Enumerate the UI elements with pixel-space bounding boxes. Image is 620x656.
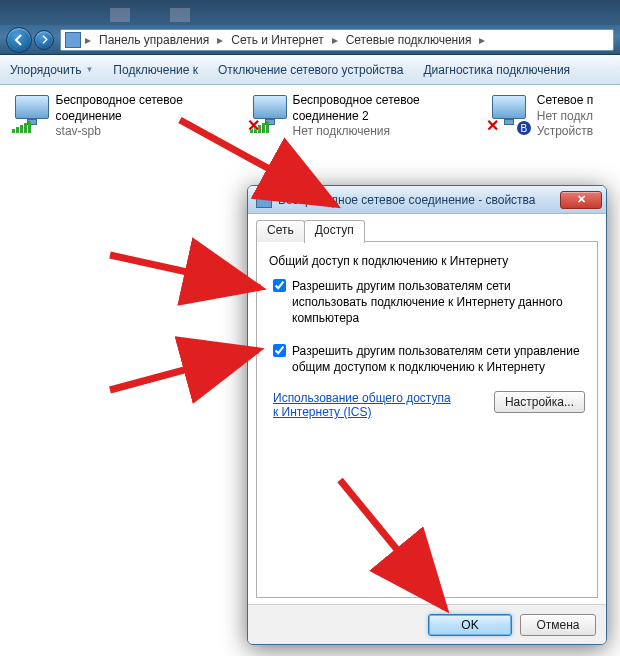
dialog-title: Беспроводное сетевое соединение - свойст…: [278, 193, 554, 207]
tab-sharing[interactable]: Доступ: [304, 220, 365, 243]
tab-thumbnail: [170, 8, 190, 22]
tab-panel-sharing: Общий доступ к подключению к Интернету Р…: [256, 242, 598, 598]
allow-share-checkbox[interactable]: [273, 279, 286, 292]
connection-name: Беспроводное сетевое соединение: [56, 93, 231, 124]
connection-item[interactable]: ✕ B Сетевое п Нет подкл Устройств: [489, 93, 608, 140]
allow-control-label: Разрешить другим пользователям сети упра…: [292, 343, 585, 375]
bluetooth-adapter-icon: ✕ B: [489, 93, 529, 133]
connection-extra: Устройств: [537, 124, 593, 140]
connection-name: Беспроводное сетевое соединение 2: [293, 93, 469, 124]
breadcrumb-item[interactable]: Сеть и Интернет: [227, 33, 327, 47]
organize-menu[interactable]: Упорядочить ▼: [0, 55, 103, 84]
disabled-cross-icon: ✕: [486, 116, 499, 135]
address-bar: ▸ Панель управления ▸ Сеть и Интернет ▸ …: [0, 25, 620, 55]
breadcrumb-path[interactable]: ▸ Панель управления ▸ Сеть и Интернет ▸ …: [60, 29, 614, 51]
connection-item[interactable]: Беспроводное сетевое соединение stav-spb: [12, 93, 230, 140]
connection-item[interactable]: ✕ Беспроводное сетевое соединение 2 Нет …: [250, 93, 468, 140]
disable-device-button[interactable]: Отключение сетевого устройства: [208, 55, 413, 84]
control-panel-icon: [65, 32, 81, 48]
ok-button[interactable]: OK: [428, 614, 512, 636]
toolbar-label: Диагностика подключения: [423, 63, 570, 77]
tab-network[interactable]: Сеть: [256, 220, 305, 242]
toolbar-label: Подключение к: [113, 63, 198, 77]
allow-control-checkbox[interactable]: [273, 344, 286, 357]
properties-dialog: Беспроводное сетевое соединение - свойст…: [247, 185, 607, 645]
breadcrumb-item[interactable]: Сетевые подключения: [342, 33, 476, 47]
toolbar-label: Отключение сетевого устройства: [218, 63, 403, 77]
connection-status: Нет подкл: [537, 109, 593, 125]
breadcrumb-item[interactable]: Панель управления: [95, 33, 213, 47]
dialog-body: Сеть Доступ Общий доступ к подключению к…: [248, 214, 606, 604]
back-button[interactable]: [6, 27, 32, 53]
chevron-right-icon: ▸: [83, 33, 93, 47]
tab-thumbnail: [110, 8, 130, 22]
window-tab-strip: [0, 0, 620, 25]
dialog-titlebar[interactable]: Беспроводное сетевое соединение - свойст…: [248, 186, 606, 214]
wifi-adapter-icon: [12, 93, 48, 133]
dialog-button-row: OK Отмена: [248, 604, 606, 644]
wifi-adapter-icon: ✕: [250, 93, 284, 133]
chevron-down-icon: ▼: [85, 65, 93, 74]
connection-name: Сетевое п: [537, 93, 593, 109]
adapter-icon: [256, 192, 272, 208]
close-button[interactable]: ✕: [560, 191, 602, 209]
forward-button[interactable]: [34, 30, 54, 50]
tab-strip: Сеть Доступ: [256, 220, 598, 242]
diagnose-button[interactable]: Диагностика подключения: [413, 55, 580, 84]
connect-to-menu[interactable]: Подключение к: [103, 55, 208, 84]
close-icon: ✕: [577, 193, 586, 206]
connection-status: Нет подключения: [293, 124, 469, 140]
command-toolbar: Упорядочить ▼ Подключение к Отключение с…: [0, 55, 620, 85]
section-heading: Общий доступ к подключению к Интернету: [269, 254, 585, 268]
allow-share-label: Разрешить другим пользователям сети испо…: [292, 278, 585, 327]
settings-button[interactable]: Настройка...: [494, 391, 585, 413]
toolbar-label: Упорядочить: [10, 63, 81, 77]
bluetooth-badge-icon: B: [517, 121, 531, 135]
chevron-right-icon: ▸: [477, 33, 487, 47]
ics-help-link[interactable]: Использование общего доступа к Интернету…: [273, 391, 453, 419]
chevron-right-icon: ▸: [330, 33, 340, 47]
connection-status: stav-spb: [56, 124, 231, 140]
disabled-cross-icon: ✕: [247, 116, 260, 135]
cancel-button[interactable]: Отмена: [520, 614, 596, 636]
chevron-right-icon: ▸: [215, 33, 225, 47]
